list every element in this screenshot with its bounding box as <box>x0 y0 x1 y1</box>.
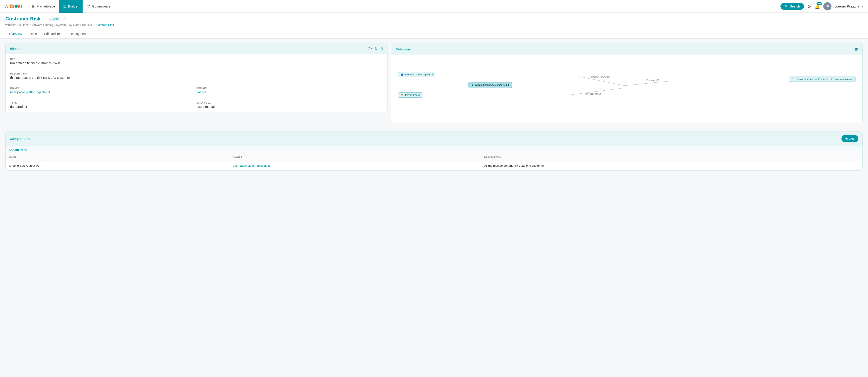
breadcrumb-builder[interactable]: Builder <box>19 23 28 27</box>
urn-label: URN <box>10 58 383 60</box>
page-title: Customer Risk <box>5 16 41 22</box>
col-name: NAME <box>6 154 229 161</box>
chevron-down-icon[interactable]: ▾ <box>862 5 864 8</box>
plus-icon: ⊕ <box>845 137 848 141</box>
breadcrumb-sep-2: / <box>29 23 30 27</box>
components-title: Components <box>10 137 31 141</box>
breadcrumb-sep-4: / <box>67 23 68 27</box>
relations-card: Relations ▦ ownerOf / ownedBy hasPart / … <box>391 43 863 123</box>
search-button[interactable]: 🔍 Search <box>780 3 804 10</box>
type-label: TYPE <box>10 102 196 104</box>
table-row: Dremio SQL Output Port user:paolo.platte… <box>6 161 862 170</box>
nav-item-builder[interactable]: ⊡ Builder <box>59 0 83 13</box>
breadcrumb-software-catalog[interactable]: Software Catalog <box>31 23 53 27</box>
about-card: About </> ↻ ✎ URN urn:dmb:dp:finance:cus… <box>5 43 388 112</box>
row-owner[interactable]: user:paolo.platter_agilelab.it <box>229 161 480 170</box>
nav-item-marketplace[interactable]: ⊞ Marketplace <box>28 0 59 13</box>
about-card-actions: </> ↻ ✎ <box>367 47 383 51</box>
shield-icon: 🛡 <box>87 4 90 8</box>
urn-value: urn:dmb:dp:finance:customer-risk:0 <box>10 61 383 65</box>
components-section: Components ⊕ Add Output Ports NAME OWNER… <box>5 132 863 171</box>
description-label: DESCRIPTION <box>10 72 383 75</box>
node-system: ⚙ system:finance.customer-risk:0 <box>468 82 512 88</box>
relations-card-body: ownerOf / ownedBy hasPart / partOf hasPa… <box>391 55 862 123</box>
logo[interactable]: wit b st <box>4 3 22 9</box>
breadcrumb-sep-3: / <box>54 23 55 27</box>
col-owner: OWNER <box>229 154 480 161</box>
user-node-label: user:paolo.platter_agilelab.it <box>404 74 433 76</box>
breadcrumb-sep-5: / <box>93 23 94 27</box>
notifications-badge: 99+ <box>816 2 822 5</box>
row-name[interactable]: Dremio SQL Output Port <box>6 161 229 170</box>
tab-docs[interactable]: Docs <box>26 30 40 38</box>
edit-icon[interactable]: ✎ <box>380 47 383 51</box>
tab-deployment[interactable]: Deployment <box>66 30 90 38</box>
about-card-body: URN urn:dmb:dp:finance:customer-risk:0 D… <box>6 54 387 112</box>
add-button[interactable]: ⊕ Add <box>841 135 858 142</box>
owner-label: OWNER <box>10 87 196 89</box>
breadcrumb-my-data-products[interactable]: My Data Products <box>68 23 92 27</box>
settings-icon[interactable]: ⚙ <box>807 4 811 9</box>
components-table: NAME OWNER DESCRIPTION Dremio SQL Output… <box>6 154 862 170</box>
svg-text:hasPart / partOf: hasPart / partOf <box>643 79 659 82</box>
output-ports-header: Output Ports <box>6 146 862 154</box>
bar-chart-icon[interactable]: ▦ <box>855 47 858 52</box>
more-icon[interactable]: ⋯ <box>43 16 47 21</box>
page-title-row: Customer Risk ⋯ 0.0.0 ☆ <box>5 16 863 22</box>
owner-field: OWNER user:paolo.platter_agilelab.it <box>10 87 196 94</box>
lifecycle-value: experimental <box>196 105 383 109</box>
graph-svg: ownerOf / ownedBy hasPart / partOf hasPa… <box>396 59 858 119</box>
nav-right: 🔍 Search ⚙ 🔔 99+ LP Lorenzo Pirazzini ▾ <box>780 2 864 10</box>
type-field: TYPE dataproduct <box>10 102 196 109</box>
description-field: DESCRIPTION this represents the risk tra… <box>10 69 383 83</box>
domain-value[interactable]: finance <box>196 90 383 94</box>
svg-text:hasPart / partOf: hasPart / partOf <box>585 93 601 95</box>
owner-value[interactable]: user:paolo.platter_agilelab.it <box>10 90 196 94</box>
graph-container: ownerOf / ownedBy hasPart / partOf hasPa… <box>396 59 858 119</box>
relations-card-header: Relations ▦ <box>391 44 862 55</box>
component-node-icon: ⬡ <box>792 78 794 80</box>
row-description: All the most important risk traits of a … <box>480 161 862 170</box>
user-node-icon: 👤 <box>401 74 403 76</box>
type-lifecycle-row: TYPE dataproduct LIFECYCLE experimental <box>10 98 383 112</box>
avatar[interactable]: LP <box>823 2 832 10</box>
search-icon: 🔍 <box>784 4 788 8</box>
breadcrumb: witboost / Builder / Software Catalog / … <box>5 23 863 27</box>
svg-text:ownerOf / ownedBy: ownerOf / ownedBy <box>591 76 610 78</box>
right-panel: Relations ▦ ownerOf / ownedBy hasPart / … <box>391 43 863 127</box>
urn-field: URN urn:dmb:dp:finance:customer-risk:0 <box>10 54 383 69</box>
nav-item-governance[interactable]: 🛡 Governance <box>83 0 115 13</box>
about-card-title: About <box>10 47 20 51</box>
navbar: wit b st ⊞ Marketplace ⊡ Builder 🛡 Gover… <box>0 0 868 13</box>
owner-domain-row: OWNER user:paolo.platter_agilelab.it DOM… <box>10 83 383 98</box>
node-user: 👤 user:paolo.platter_agilelab.it <box>398 72 435 77</box>
bell-wrapper: 🔔 99+ <box>814 4 820 9</box>
domain-label: DOMAIN <box>196 87 383 89</box>
breadcrumb-system[interactable]: System <box>56 23 66 27</box>
domain-field: DOMAIN finance <box>196 87 383 94</box>
breadcrumb-sep-1: / <box>17 23 18 27</box>
description-value: this represents the risk traits of a cus… <box>10 76 383 80</box>
tab-overview[interactable]: Overview <box>5 30 26 38</box>
system-node-label: system:finance.customer-risk:0 <box>475 84 509 86</box>
version-badge: 0.0.0 <box>49 17 60 21</box>
components-header: Components ⊕ Add <box>6 132 862 146</box>
lifecycle-label: LIFECYCLE <box>196 102 383 104</box>
page-header: Customer Risk ⋯ 0.0.0 ☆ witboost / Build… <box>0 13 868 38</box>
about-card-header: About </> ↻ ✎ <box>6 44 387 54</box>
breadcrumb-current: Customer Risk <box>95 23 114 27</box>
lifecycle-field: LIFECYCLE experimental <box>196 102 383 109</box>
node-component: ⬡ component:finance.customer-risk.0.drem… <box>789 77 856 82</box>
domain-node-label: domain:finance <box>404 94 420 96</box>
refresh-icon[interactable]: ↻ <box>375 47 377 51</box>
user-name[interactable]: Lorenzo Pirazzini <box>835 4 859 8</box>
code-icon: ⊡ <box>63 4 66 8</box>
domain-node-icon: 🏠 <box>401 94 403 96</box>
type-value: dataproduct <box>10 105 196 109</box>
tabs: Overview Docs Edit and Test Deployment <box>5 30 863 38</box>
breadcrumb-witboost[interactable]: witboost <box>5 23 16 27</box>
code-view-icon[interactable]: </> <box>367 47 372 51</box>
tab-edit-and-test[interactable]: Edit and Test <box>40 30 66 38</box>
component-node-label: component:finance.customer-risk.0.dremio… <box>795 78 853 80</box>
star-icon[interactable]: ☆ <box>63 16 66 21</box>
